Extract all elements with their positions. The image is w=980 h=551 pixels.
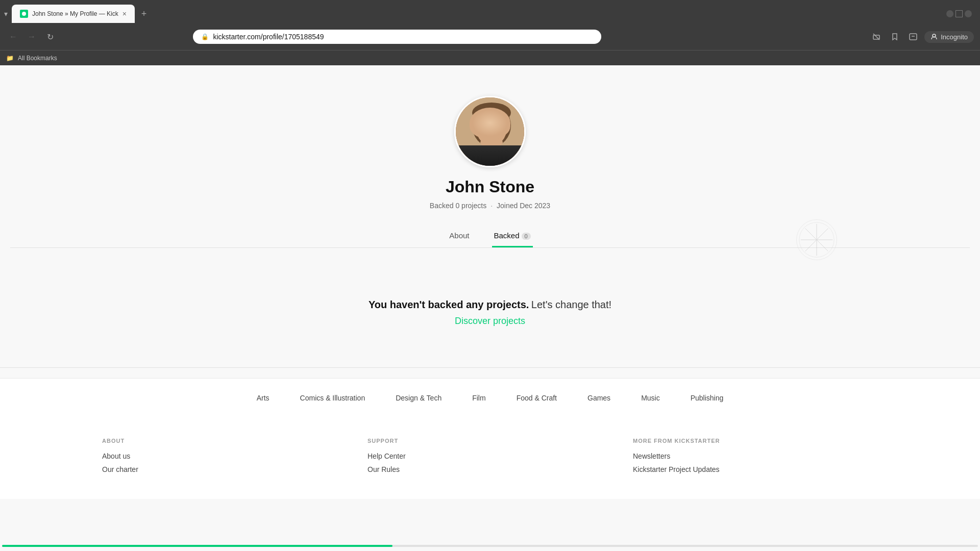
profile-icon[interactable] [906, 30, 920, 44]
scroll-indicator [0, 545, 980, 547]
backed-count: Backed 0 projects [430, 202, 486, 210]
empty-state: You haven't backed any projects. Let's c… [0, 268, 980, 357]
svg-point-12 [486, 127, 488, 129]
back-button[interactable]: ← [6, 30, 20, 44]
empty-sub-text: Let's change that! [531, 299, 611, 310]
svg-rect-15 [486, 145, 497, 155]
profile-name: John Stone [446, 178, 534, 196]
tab-close-button[interactable]: × [122, 10, 127, 18]
address-bar[interactable]: 🔒 kickstarter.com/profile/1705188549 [193, 30, 601, 44]
footer-cat-film[interactable]: Film [472, 394, 485, 402]
footer-col-more: MORE FROM KICKSTARTER Newsletters Kickst… [633, 438, 878, 479]
bookmarks-label[interactable]: All Bookmarks [18, 55, 57, 62]
forward-button[interactable]: → [24, 30, 39, 44]
svg-point-11 [495, 125, 499, 130]
backed-badge: 0 [522, 233, 531, 240]
about-header: ABOUT [102, 438, 347, 444]
footer-col-support: SUPPORT Help Center Our Rules [368, 438, 612, 479]
footer-categories: Arts Comics & Illustration Design & Tech… [0, 378, 980, 417]
footer-link-updates[interactable]: Kickstarter Project Updates [633, 465, 878, 473]
url-text: kickstarter.com/profile/1705188549 [213, 33, 593, 41]
support-header: SUPPORT [368, 438, 612, 444]
footer-col-about: ABOUT About us Our charter [102, 438, 347, 479]
tab-title: John Stone » My Profile — Kick [32, 10, 118, 17]
profile-meta: Backed 0 projects · Joined Dec 2023 [430, 202, 550, 210]
lock-icon: 🔒 [201, 33, 209, 40]
scroll-thumb[interactable] [2, 545, 393, 547]
scroll-track [2, 545, 978, 547]
empty-main-text: You haven't backed any projects. [369, 299, 529, 310]
browser-chrome: ▾ John Stone » My Profile — Kick × + ← →… [0, 0, 980, 65]
footer-cat-publishing[interactable]: Publishing [691, 394, 724, 402]
svg-point-13 [496, 127, 499, 129]
footer-link-help[interactable]: Help Center [368, 452, 612, 460]
incognito-button[interactable]: Incognito [924, 31, 974, 43]
svg-line-23 [805, 240, 817, 251]
browser-tabs: ▾ John Stone » My Profile — Kick × + [0, 0, 980, 23]
tab-favicon [20, 10, 28, 18]
footer-cat-arts[interactable]: Arts [257, 394, 270, 402]
svg-point-10 [484, 125, 488, 130]
svg-point-0 [22, 12, 26, 16]
footer-link-rules[interactable]: Our Rules [368, 465, 612, 473]
page-content: John Stone Backed 0 projects · Joined De… [0, 65, 980, 524]
footer-links: ABOUT About us Our charter SUPPORT Help … [0, 417, 980, 499]
footer-cat-comics[interactable]: Comics & Illustration [300, 394, 365, 402]
svg-line-19 [817, 229, 828, 240]
decorative-spinner [796, 219, 837, 260]
minimize-button[interactable] [946, 10, 953, 17]
svg-line-21 [817, 240, 828, 251]
svg-rect-3 [910, 34, 917, 40]
tab-about[interactable]: About [447, 225, 471, 247]
tab-backed[interactable]: Backed0 [492, 225, 533, 247]
svg-point-14 [480, 137, 503, 147]
incognito-label: Incognito [941, 33, 968, 41]
meta-dot: · [491, 202, 493, 210]
more-header: MORE FROM KICKSTARTER [633, 438, 878, 444]
bookmarks-folder-icon: 📁 [6, 55, 14, 62]
avatar [454, 96, 526, 167]
browser-toolbar: ← → ↻ 🔒 kickstarter.com/profile/17051885… [0, 23, 980, 50]
footer-cat-design[interactable]: Design & Tech [396, 394, 442, 402]
close-button[interactable] [965, 10, 972, 17]
joined-date: Joined Dec 2023 [497, 202, 550, 210]
browser-tab-active[interactable]: John Stone » My Profile — Kick × [12, 5, 135, 23]
svg-line-25 [805, 229, 817, 240]
divider [0, 367, 980, 368]
new-tab-button[interactable]: + [137, 7, 151, 21]
svg-point-16 [469, 146, 514, 167]
svg-rect-6 [456, 97, 526, 167]
toolbar-right: Incognito [869, 30, 974, 44]
camera-off-icon[interactable] [869, 30, 884, 44]
tab-list-button[interactable]: ▾ [0, 8, 12, 20]
reload-button[interactable]: ↻ [43, 30, 57, 44]
bookmark-icon[interactable] [888, 30, 902, 44]
footer-link-charter[interactable]: Our charter [102, 465, 347, 473]
footer-link-newsletters[interactable]: Newsletters [633, 452, 878, 460]
svg-point-9 [472, 103, 511, 123]
footer-cat-games[interactable]: Games [587, 394, 610, 402]
footer-cat-music[interactable]: Music [641, 394, 660, 402]
maximize-button[interactable] [955, 10, 963, 17]
footer-cat-food[interactable]: Food & Craft [517, 394, 557, 402]
svg-line-1 [873, 34, 879, 40]
discover-projects-link[interactable]: Discover projects [10, 316, 970, 327]
bookmarks-bar: 📁 All Bookmarks [0, 50, 980, 65]
footer-link-about-us[interactable]: About us [102, 452, 347, 460]
